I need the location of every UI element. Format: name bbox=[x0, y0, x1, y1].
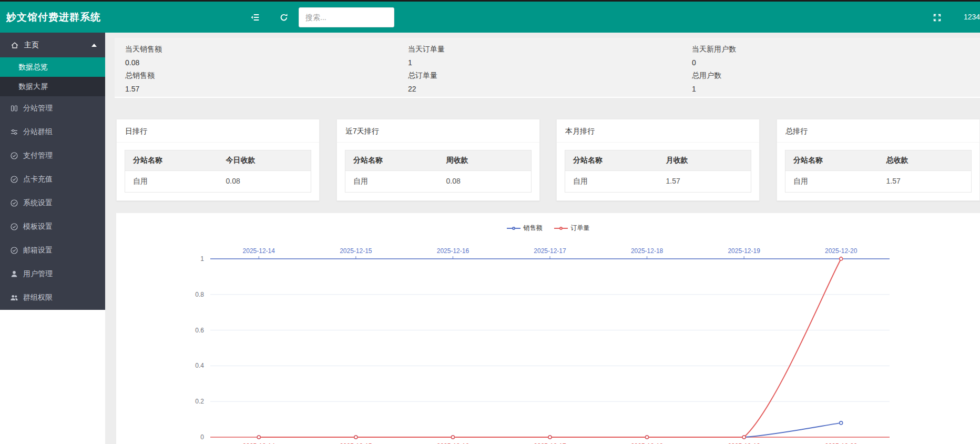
svg-text:2025-12-14: 2025-12-14 bbox=[243, 247, 275, 255]
ranking-card-title: 日排行 bbox=[117, 119, 319, 143]
sidebar-subitem-data-overview[interactable]: 数据总览 bbox=[0, 57, 105, 77]
refresh-icon bbox=[279, 13, 289, 22]
legend-label: 销售额 bbox=[524, 224, 543, 233]
ranking-table: 分站名称 月收款 自用 1.57 bbox=[565, 150, 751, 193]
stat-today-orders: 当天订单量 1 bbox=[408, 45, 629, 67]
svg-text:2025-12-16: 2025-12-16 bbox=[437, 247, 469, 255]
svg-text:1: 1 bbox=[200, 255, 204, 263]
stats-panel: 当天销售额 0.08 当天订单量 1 当天新用户数 0 总销售额 1.57 总订… bbox=[115, 38, 980, 98]
column-header-amount: 今日收款 bbox=[218, 150, 311, 170]
collapse-menu-icon bbox=[250, 13, 260, 22]
cell-amount: 1.57 bbox=[658, 171, 751, 192]
sidebar-item-substation-groups[interactable]: 分站群组 bbox=[0, 120, 105, 144]
column-header-amount: 周收款 bbox=[438, 150, 532, 170]
fullscreen-icon bbox=[933, 13, 942, 22]
sidebar-item-template-settings[interactable]: 模板设置 bbox=[0, 215, 105, 238]
header-bar: 妙文馆付费进群系统 12345 bbox=[0, 2, 980, 33]
user-icon bbox=[9, 270, 18, 278]
stat-label: 当天销售额 bbox=[125, 45, 346, 54]
users-icon bbox=[9, 294, 18, 302]
stat-today-new-users: 当天新用户数 0 bbox=[692, 45, 913, 67]
svg-text:2025-12-19: 2025-12-19 bbox=[728, 247, 760, 255]
badge-check-icon bbox=[9, 246, 18, 255]
stat-value: 0.08 bbox=[125, 58, 346, 67]
refresh-button[interactable] bbox=[277, 11, 291, 24]
sidebar-item-payment-manage[interactable]: 支付管理 bbox=[0, 144, 105, 167]
stat-value: 1.57 bbox=[125, 85, 346, 93]
cell-site-name: 自用 bbox=[345, 171, 438, 192]
svg-text:0.8: 0.8 bbox=[195, 291, 204, 298]
sidebar-item-label: 主页 bbox=[24, 41, 39, 50]
app-title: 妙文馆付费进群系统 bbox=[6, 2, 101, 33]
sidebar-item-label: 模板设置 bbox=[23, 222, 53, 231]
search-box bbox=[299, 7, 394, 27]
sidebar-item-email-settings[interactable]: 邮箱设置 bbox=[0, 238, 105, 262]
sidebar-item-label: 用户管理 bbox=[23, 269, 53, 279]
sidebar-item-card-recharge[interactable]: 点卡充值 bbox=[0, 167, 105, 191]
sidebar-subitem-label: 数据大屏 bbox=[18, 82, 48, 90]
ranking-card-title: 总排行 bbox=[777, 119, 979, 143]
cell-amount: 1.57 bbox=[879, 171, 972, 192]
sidebar-item-user-manage[interactable]: 用户管理 bbox=[0, 262, 105, 286]
ranking-table-header: 分站名称 总收款 bbox=[785, 150, 971, 171]
sidebar-item-label: 支付管理 bbox=[23, 151, 53, 160]
ranking-table: 分站名称 今日收款 自用 0.08 bbox=[125, 150, 311, 193]
header-username[interactable]: 12345 bbox=[964, 2, 980, 33]
sidebar-subitem-data-screen[interactable]: 数据大屏 bbox=[0, 77, 105, 96]
stat-value: 22 bbox=[408, 85, 629, 93]
stat-value: 1 bbox=[692, 85, 913, 93]
svg-text:0.4: 0.4 bbox=[195, 362, 204, 369]
sidebar-item-system-settings[interactable]: 系统设置 bbox=[0, 191, 105, 215]
ranking-table-header: 分站名称 月收款 bbox=[565, 150, 751, 171]
sales-orders-line-chart: 00.20.40.60.812025-12-142025-12-142025-1… bbox=[116, 213, 980, 444]
sidebar-item-substation-manage[interactable]: 分站管理 bbox=[0, 96, 105, 120]
stat-total-sales: 总销售额 1.57 bbox=[125, 71, 346, 93]
search-input[interactable] bbox=[299, 8, 394, 27]
legend-item-sales[interactable]: 销售额 bbox=[507, 224, 543, 233]
stat-total-orders: 总订单量 22 bbox=[408, 71, 629, 93]
cell-amount: 0.08 bbox=[438, 171, 532, 192]
svg-text:0: 0 bbox=[200, 433, 204, 441]
columns-icon bbox=[9, 104, 18, 113]
sidebar-subitem-label: 数据总览 bbox=[18, 63, 48, 71]
fullscreen-button[interactable] bbox=[930, 11, 944, 24]
ranking-card-daily: 日排行 分站名称 今日收款 自用 0.08 bbox=[116, 119, 320, 201]
svg-text:2025-12-20: 2025-12-20 bbox=[825, 247, 858, 255]
sidebar-item-label: 群组权限 bbox=[23, 293, 53, 302]
badge-check-icon bbox=[9, 152, 18, 160]
stat-label: 总用户数 bbox=[692, 71, 913, 80]
ranking-card-total: 总排行 分站名称 总收款 自用 1.57 bbox=[777, 119, 980, 201]
cell-site-name: 自用 bbox=[785, 171, 879, 192]
column-header-site-name: 分站名称 bbox=[125, 150, 218, 170]
ranking-table: 分站名称 总收款 自用 1.57 bbox=[785, 150, 972, 193]
ranking-table-header: 分站名称 周收款 bbox=[345, 150, 531, 171]
sidebar-item-label: 点卡充值 bbox=[23, 175, 53, 184]
ranking-table-header: 分站名称 今日收款 bbox=[125, 150, 311, 171]
sidebar-item-label: 分站群组 bbox=[23, 127, 53, 137]
ranking-card-title: 本月排行 bbox=[557, 119, 759, 143]
home-icon bbox=[11, 41, 19, 49]
column-header-site-name: 分站名称 bbox=[345, 150, 438, 170]
column-header-amount: 总收款 bbox=[879, 150, 972, 170]
legend-item-orders[interactable]: 订单量 bbox=[554, 224, 590, 233]
badge-check-icon bbox=[9, 223, 18, 231]
sidebar-item-home[interactable]: 主页 bbox=[0, 33, 105, 57]
badge-check-icon bbox=[9, 199, 18, 207]
badge-check-icon bbox=[9, 175, 18, 184]
chart-card: 销售额 订单量 00.20.40.60.812025-12-142025-12-… bbox=[116, 213, 980, 444]
ranking-card-month: 本月排行 分站名称 月收款 自用 1.57 bbox=[556, 119, 760, 201]
stat-label: 总销售额 bbox=[125, 71, 346, 80]
cell-site-name: 自用 bbox=[125, 171, 218, 192]
column-header-site-name: 分站名称 bbox=[565, 150, 658, 170]
svg-text:2025-12-15: 2025-12-15 bbox=[340, 247, 372, 255]
ranking-table: 分站名称 周收款 自用 0.08 bbox=[345, 150, 532, 193]
table-row: 自用 1.57 bbox=[565, 171, 751, 192]
svg-text:2025-12-18: 2025-12-18 bbox=[631, 247, 663, 255]
ranking-card-7days: 近7天排行 分站名称 周收款 自用 0.08 bbox=[336, 119, 540, 201]
stat-label: 当天订单量 bbox=[408, 45, 629, 54]
table-row: 自用 0.08 bbox=[345, 171, 531, 192]
collapse-menu-button[interactable] bbox=[248, 11, 262, 24]
legend-label: 订单量 bbox=[571, 224, 590, 233]
stat-label: 总订单量 bbox=[408, 71, 629, 80]
sidebar-item-group-permissions[interactable]: 群组权限 bbox=[0, 286, 105, 309]
